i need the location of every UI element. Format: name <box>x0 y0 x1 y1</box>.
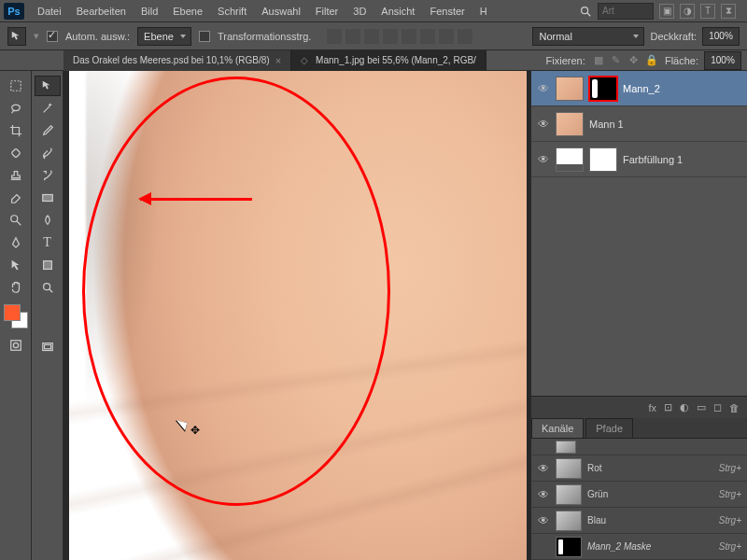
blend-mode-dropdown[interactable]: Normal <box>532 27 644 46</box>
layer-row[interactable]: 👁 Mann_2 <box>531 71 747 106</box>
shape-tool[interactable] <box>35 255 61 275</box>
layer-name[interactable]: Mann_2 <box>623 83 660 94</box>
lock-all-icon[interactable]: 🔒 <box>644 53 659 68</box>
active-tool-indicator[interactable] <box>7 27 26 46</box>
clock-icon[interactable]: ⧗ <box>721 4 736 19</box>
blur-tool[interactable] <box>35 210 61 231</box>
document-canvas[interactable]: ✥ <box>69 71 527 560</box>
image-icon[interactable]: ▣ <box>659 4 674 19</box>
channel-row[interactable]: 👁 Blau Strg+ <box>531 508 747 534</box>
align-icon[interactable] <box>382 28 399 45</box>
type-icon[interactable]: T <box>700 4 715 19</box>
channel-thumbnail[interactable] <box>556 484 582 505</box>
visibility-icon[interactable]: 👁 <box>537 153 550 166</box>
marquee-tool[interactable] <box>3 76 29 96</box>
layer-thumbnail[interactable] <box>556 112 584 136</box>
history-brush-tool[interactable] <box>35 165 61 186</box>
layer-row[interactable]: 👁 Farbfüllung 1 <box>531 142 747 177</box>
document-tab[interactable]: ◇ Mann_1.jpg bei 55,6% (Mann_2, RGB/ <box>291 50 486 71</box>
close-icon[interactable]: × <box>275 55 281 66</box>
search-input[interactable] <box>598 3 654 20</box>
menu-help[interactable]: H <box>472 3 495 20</box>
foreground-swatch[interactable] <box>4 304 21 321</box>
lock-transparent-icon[interactable]: ▩ <box>591 53 606 68</box>
align-icon[interactable] <box>401 28 417 45</box>
layer-thumbnail[interactable] <box>556 147 584 172</box>
channel-row[interactable] <box>531 439 747 455</box>
color-swatches[interactable] <box>4 304 28 329</box>
fill-field[interactable]: 100% <box>704 51 741 70</box>
eyedropper-tool[interactable] <box>35 120 61 141</box>
document-tab[interactable]: Das Orakel des Meeres.psd bei 10,1% (RGB… <box>63 50 291 71</box>
crop-tool[interactable] <box>3 120 29 141</box>
channel-thumbnail[interactable] <box>556 511 582 531</box>
move-tool[interactable] <box>35 76 61 96</box>
auto-select-checkbox[interactable] <box>47 31 58 42</box>
dodge-tool[interactable] <box>3 210 29 231</box>
visibility-icon[interactable]: 👁 <box>537 118 550 131</box>
layer-name[interactable]: Mann 1 <box>589 119 624 130</box>
channel-thumbnail[interactable] <box>556 458 582 479</box>
menu-image[interactable]: Bild <box>134 3 165 20</box>
zoom-tool[interactable] <box>35 277 61 298</box>
layer-thumbnail[interactable] <box>556 77 584 101</box>
channel-row[interactable]: 👁 Mann_2 Maske Strg+ <box>531 534 747 560</box>
group-icon[interactable]: ▭ <box>697 401 706 413</box>
align-icon[interactable] <box>345 28 361 45</box>
channel-thumbnail[interactable] <box>556 441 576 454</box>
mask-icon[interactable]: ⊡ <box>664 401 672 413</box>
eraser-tool[interactable] <box>3 188 29 208</box>
menu-view[interactable]: Ansicht <box>374 3 422 20</box>
mask-icon[interactable]: ◑ <box>680 4 695 19</box>
fx-icon[interactable]: fx <box>648 402 656 413</box>
tab-paths[interactable]: Pfade <box>585 418 633 438</box>
delete-icon[interactable]: 🗑 <box>729 402 740 413</box>
screenmode-tool[interactable] <box>35 337 61 357</box>
canvas-area[interactable]: ✥ <box>63 71 530 560</box>
visibility-icon[interactable]: 👁 <box>537 488 550 501</box>
wand-tool[interactable] <box>35 98 61 119</box>
opacity-field[interactable]: 100% <box>702 27 740 46</box>
lasso-tool[interactable] <box>3 98 29 119</box>
layer-name[interactable]: Farbfüllung 1 <box>623 154 683 165</box>
align-icon[interactable] <box>438 28 455 45</box>
healing-tool[interactable] <box>3 143 29 163</box>
layer-row[interactable]: 👁 Mann 1 <box>531 106 747 142</box>
adjustment-icon[interactable]: ◐ <box>680 401 689 413</box>
channel-row[interactable]: 👁 Rot Strg+ <box>531 455 747 482</box>
stamp-tool[interactable] <box>3 165 29 186</box>
menu-filter[interactable]: Filter <box>308 3 345 20</box>
visibility-icon[interactable]: 👁 <box>537 462 550 475</box>
transform-controls-checkbox[interactable] <box>199 31 210 42</box>
visibility-icon[interactable]: 👁 <box>537 514 550 527</box>
menu-3d[interactable]: 3D <box>345 3 374 20</box>
pen-tool[interactable] <box>3 232 29 253</box>
menu-window[interactable]: Fenster <box>422 3 472 20</box>
svg-point-7 <box>13 343 18 347</box>
type-tool[interactable]: T <box>35 232 61 253</box>
align-icon[interactable] <box>326 28 343 45</box>
align-icon[interactable] <box>419 28 436 45</box>
menu-select[interactable]: Auswahl <box>254 3 308 20</box>
menu-type[interactable]: Schrift <box>210 3 254 20</box>
layer-mask-thumbnail[interactable] <box>589 147 617 172</box>
visibility-icon[interactable]: 👁 <box>537 82 550 95</box>
path-select-tool[interactable] <box>3 255 29 275</box>
new-layer-icon[interactable]: ◻ <box>713 401 722 413</box>
align-icon[interactable] <box>363 28 380 45</box>
tab-channels[interactable]: Kanäle <box>531 418 584 438</box>
hand-tool[interactable] <box>3 277 29 298</box>
layer-mask-thumbnail[interactable] <box>589 77 617 101</box>
align-icon[interactable] <box>457 28 473 45</box>
menu-file[interactable]: Datei <box>30 3 69 20</box>
auto-select-dropdown[interactable]: Ebene <box>137 27 191 46</box>
quickmask-tool[interactable] <box>3 335 29 356</box>
gradient-tool[interactable] <box>35 188 61 208</box>
brush-tool[interactable] <box>35 143 61 163</box>
menu-layer[interactable]: Ebene <box>165 3 210 20</box>
menu-edit[interactable]: Bearbeiten <box>69 3 134 20</box>
channel-row[interactable]: 👁 Grün Strg+ <box>531 482 747 508</box>
channel-thumbnail[interactable] <box>556 537 582 557</box>
lock-position-icon[interactable]: ✥ <box>627 53 641 68</box>
lock-image-icon[interactable]: ✎ <box>609 53 624 68</box>
